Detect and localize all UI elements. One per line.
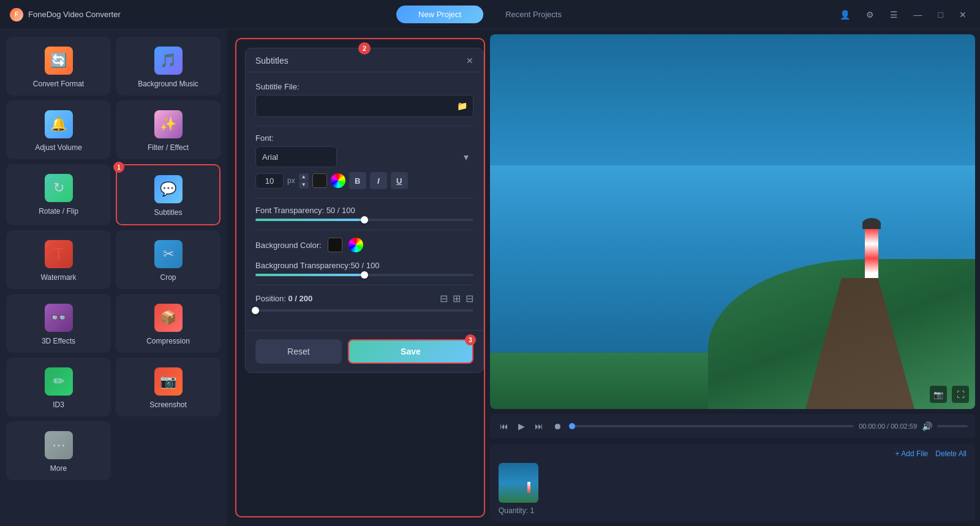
sidebar-item-screenshot[interactable]: 📷 Screenshot bbox=[116, 358, 221, 416]
subtitles-badge: 1 bbox=[113, 162, 124, 173]
font-transparency-slider-thumb[interactable] bbox=[361, 216, 368, 224]
dialog-close-button[interactable]: ✕ bbox=[466, 56, 473, 66]
position-align-left[interactable]: ⊟ bbox=[440, 293, 448, 304]
px-label: px bbox=[287, 176, 295, 185]
font-italic-button[interactable]: I bbox=[370, 172, 387, 189]
subtitles-panel: Subtitles 2 ✕ Subtitle File: 📁 Font: bbox=[245, 48, 484, 373]
quantity-label: Quantity: 1 bbox=[499, 506, 967, 515]
app-title: FoneDog Video Converter bbox=[28, 10, 121, 19]
more-label: More bbox=[50, 464, 67, 473]
font-row: Font: Arial Times New Roman Verdana 10 p… bbox=[255, 133, 473, 189]
sidebar-item-rotate-flip[interactable]: ↻ Rotate / Flip bbox=[6, 164, 111, 225]
tab-group: New Project Recent Projects bbox=[396, 6, 584, 23]
font-transparency-label: Font Transparency: 50 / 100 bbox=[255, 206, 473, 215]
sidebar-item-convert-format[interactable]: 🔄 Convert Format bbox=[6, 37, 111, 96]
lighthouse-scene bbox=[490, 34, 975, 409]
rotate-flip-icon: ↻ bbox=[45, 174, 73, 202]
sidebar-item-compression[interactable]: 📦 Compression bbox=[116, 294, 221, 353]
user-icon[interactable]: 👤 bbox=[836, 9, 854, 21]
subtitle-file-row: Subtitle File: 📁 bbox=[255, 82, 473, 117]
bg-transparency-slider-track bbox=[255, 274, 473, 276]
sidebar-item-background-music[interactable]: 🎵 Background Music bbox=[116, 37, 221, 96]
crop-label: Crop bbox=[160, 273, 176, 282]
volume-bar[interactable] bbox=[937, 425, 968, 427]
file-browse-icon[interactable]: 📁 bbox=[457, 101, 467, 111]
title-bar: F FoneDog Video Converter New Project Re… bbox=[0, 0, 980, 29]
font-color-rainbow[interactable] bbox=[331, 173, 345, 188]
thumbnail-grid bbox=[499, 463, 967, 503]
stop-button[interactable]: ⏺ bbox=[551, 420, 564, 432]
recent-projects-tab[interactable]: Recent Projects bbox=[483, 6, 584, 23]
bg-color-swatch[interactable] bbox=[328, 238, 342, 252]
time-display: 00:00:00 / 00:02:59 bbox=[859, 423, 917, 430]
bg-transparency-text: Background Transparency: bbox=[255, 261, 350, 270]
screenshot-label: Screenshot bbox=[149, 400, 187, 409]
compression-label: Compression bbox=[146, 337, 190, 345]
thumbnail-1[interactable] bbox=[499, 463, 538, 503]
divider-1 bbox=[255, 126, 473, 126]
3d-effects-label: 3D Effects bbox=[42, 337, 75, 345]
font-transparency-slider-track bbox=[255, 219, 473, 221]
bg-color-rainbow[interactable] bbox=[349, 238, 363, 252]
maximize-button[interactable]: □ bbox=[935, 9, 947, 21]
position-align-center[interactable]: ⊞ bbox=[453, 293, 461, 304]
font-size-up[interactable]: ▲ bbox=[299, 173, 309, 181]
minimize-button[interactable]: — bbox=[910, 9, 926, 21]
font-size-down[interactable]: ▼ bbox=[299, 181, 309, 189]
play-button[interactable]: ▶ bbox=[516, 420, 527, 432]
position-slider-track bbox=[255, 309, 473, 312]
subtitles-dialog: Subtitles 2 ✕ Subtitle File: 📁 Font: bbox=[235, 38, 485, 517]
compression-icon: 📦 bbox=[154, 304, 183, 332]
settings-icon[interactable]: ⚙ bbox=[862, 9, 878, 21]
screenshot-preview-button[interactable]: 📷 bbox=[930, 386, 947, 403]
volume-icon: 🔊 bbox=[922, 421, 932, 431]
bg-transparency-value: 50 / 100 bbox=[350, 261, 379, 270]
bg-transparency-slider-fill bbox=[255, 274, 364, 276]
convert-format-label: Convert Format bbox=[33, 80, 84, 88]
bg-color-label: Background Color: bbox=[255, 241, 322, 250]
font-size-input[interactable]: 10 bbox=[255, 173, 284, 189]
reset-button[interactable]: Reset bbox=[255, 339, 342, 364]
delete-all-button[interactable]: Delete All bbox=[935, 449, 967, 458]
dialog-header: Subtitles 2 ✕ bbox=[246, 48, 483, 72]
font-select[interactable]: Arial Times New Roman Verdana bbox=[255, 146, 337, 167]
new-project-tab[interactable]: New Project bbox=[396, 6, 483, 23]
subtitle-file-input[interactable] bbox=[255, 95, 473, 117]
sidebar-item-3d-effects[interactable]: 👓 3D Effects bbox=[6, 294, 111, 353]
logo-icon: F bbox=[10, 8, 23, 21]
sidebar-item-adjust-volume[interactable]: 🔔 Adjust Volume bbox=[6, 100, 111, 159]
skip-back-button[interactable]: ⏮ bbox=[497, 420, 511, 432]
position-align-right[interactable]: ⊟ bbox=[466, 293, 473, 304]
menu-icon[interactable]: ☰ bbox=[886, 9, 902, 21]
filter-effect-label: Filter / Effect bbox=[148, 143, 189, 152]
bg-transparency-slider-thumb[interactable] bbox=[361, 271, 368, 279]
close-button[interactable]: ✕ bbox=[956, 9, 970, 21]
window-controls: 👤 ⚙ ☰ — □ ✕ bbox=[836, 9, 970, 21]
save-button[interactable]: Save3 bbox=[348, 339, 473, 364]
fullscreen-preview-button[interactable]: ⛶ bbox=[952, 386, 969, 403]
skip-forward-button[interactable]: ⏭ bbox=[532, 420, 546, 432]
position-controls: Position: 0 / 200 ⊟ ⊞ ⊟ bbox=[255, 293, 473, 304]
bg-color-row: Background Color: bbox=[255, 238, 473, 252]
dialog-step-badge: 2 bbox=[358, 42, 371, 54]
sidebar-item-crop[interactable]: ✂ Crop bbox=[116, 230, 221, 289]
sidebar-item-id3[interactable]: ✏ ID3 bbox=[6, 358, 111, 416]
sidebar-item-watermark[interactable]: T Watermark bbox=[6, 230, 111, 289]
lighthouse-top bbox=[862, 218, 881, 229]
sidebar-item-subtitles[interactable]: 1 💬 Subtitles bbox=[116, 164, 221, 225]
sidebar-item-filter-effect[interactable]: ✨ Filter / Effect bbox=[116, 100, 221, 159]
sidebar-item-more[interactable]: ⋯ More bbox=[6, 421, 111, 480]
crop-icon: ✂ bbox=[154, 240, 183, 268]
position-slider-thumb[interactable] bbox=[252, 307, 259, 314]
convert-format-icon: 🔄 bbox=[45, 47, 73, 75]
font-label: Font: bbox=[255, 133, 473, 143]
font-color-swatch[interactable] bbox=[312, 173, 327, 188]
subtitle-file-label: Subtitle File: bbox=[255, 82, 473, 91]
add-file-button[interactable]: + Add File bbox=[895, 449, 929, 458]
thumb-scene-1 bbox=[499, 463, 538, 503]
quantity-value: 1 bbox=[530, 506, 534, 515]
font-underline-button[interactable]: U bbox=[391, 172, 408, 189]
timeline-bar[interactable] bbox=[569, 425, 854, 427]
main-layout: 🔄 Convert Format 🎵 Background Music 🔔 Ad… bbox=[0, 29, 980, 526]
font-bold-button[interactable]: B bbox=[349, 172, 366, 189]
